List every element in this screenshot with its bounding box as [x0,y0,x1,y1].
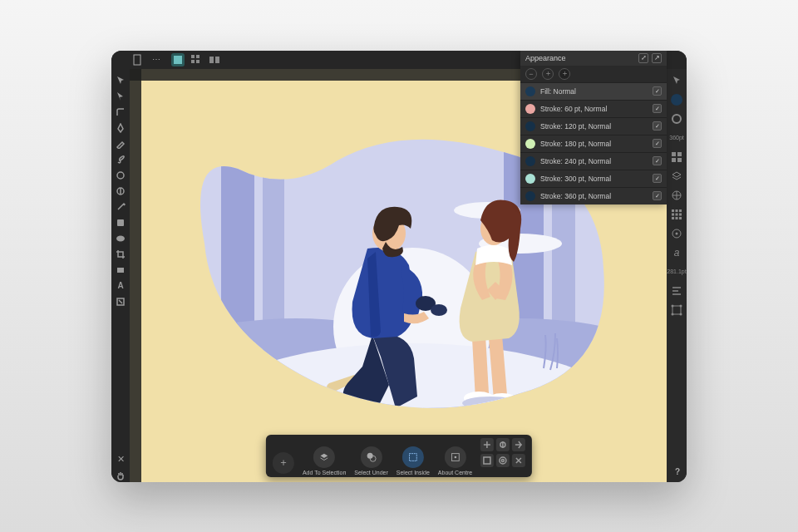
under-icon [361,446,382,468]
shape-tool-icon[interactable] [114,216,127,229]
fill-tool-icon[interactable] [114,169,127,182]
appearance-title: Appearance [525,54,566,62]
left-toolbar: A ✕ [111,69,130,482]
appearance-row[interactable]: Stroke: 120 pt, Normal✓ [520,117,667,135]
swatch-icon [525,121,535,131]
color-studio-icon[interactable] [670,93,683,106]
align-studio-icon[interactable] [670,284,683,298]
grid-btn-6[interactable] [512,454,525,467]
svg-point-57 [454,456,456,458]
svg-rect-15 [677,152,682,156]
hand-tool-icon[interactable] [114,469,127,482]
swatches-studio-icon[interactable] [670,150,683,164]
close-tool-icon[interactable]: ✕ [114,453,127,466]
svg-point-8 [117,172,124,179]
appearance-row[interactable]: Stroke: 300 pt, Normal✓ [520,170,667,187]
svg-point-54 [370,456,376,461]
grid-btn-3[interactable] [512,438,525,451]
appearance-panel: Appearance ⤢ ↗ − ＋ ＋ Fill: Normal✓Stroke… [520,51,667,204]
svg-rect-22 [672,213,674,215]
appearance-row-label: Stroke: 60 pt, Normal [540,105,648,113]
corner-tool-icon[interactable] [114,106,127,119]
ctx-add[interactable]: ＋ [273,452,294,475]
svg-point-48 [431,304,447,316]
appearance-row-label: Stroke: 300 pt, Normal [540,175,648,183]
ruler-left [130,69,141,482]
crop-tool-icon[interactable] [114,248,127,261]
persona-pixel-icon[interactable] [190,53,203,66]
angle-studio-icon[interactable]: 360pt [670,131,683,145]
add-dark-op-icon[interactable]: ＋ [559,68,570,80]
grid-btn-2[interactable] [496,438,510,451]
layers-icon [313,446,335,468]
transparency-tool-icon[interactable] [114,185,127,198]
appearance-row-label: Stroke: 240 pt, Normal [540,157,648,165]
document-menu-icon[interactable] [131,53,145,66]
appearance-row[interactable]: Fill: Normal✓ [520,82,667,100]
add-op-icon[interactable]: ＋ [542,68,554,80]
pencil-tool-icon[interactable] [114,137,127,150]
panel-pop-icon[interactable]: ↗ [652,53,662,63]
visibility-checkbox[interactable]: ✓ [653,156,662,165]
grid-btn-5[interactable] [496,454,510,467]
brush-tool-icon[interactable] [114,153,127,166]
help-icon[interactable]: ? [672,467,683,479]
ctx-transform-grid [480,438,525,475]
ctx-about-centre[interactable]: About Centre [438,446,472,475]
app-window: ⋯ A ✕ 360pt [111,51,687,482]
swatch-icon [525,86,535,96]
rectangle-tool-icon[interactable] [114,264,127,277]
persona-designer-icon[interactable] [171,53,185,66]
svg-point-11 [116,235,125,241]
svg-point-33 [672,313,674,315]
appearance-row[interactable]: Stroke: 360 pt, Normal✓ [520,187,667,204]
text-tool-icon[interactable]: A [114,279,127,293]
svg-point-32 [680,304,682,307]
appearance-row-label: Stroke: 180 pt, Normal [540,140,648,148]
appearance-row[interactable]: Stroke: 180 pt, Normal✓ [520,135,667,152]
pointer-studio-icon[interactable] [670,74,683,87]
remove-op-icon[interactable]: − [525,68,537,80]
picker-tool-icon[interactable] [114,200,127,214]
ctx-select-under[interactable]: Select Under [354,446,387,475]
visibility-checkbox[interactable]: ✓ [653,104,662,113]
stroke-studio-icon[interactable] [670,112,683,126]
context-toolbar: ＋ Add To Selection Select Under Select I… [266,435,532,477]
right-studio-bar: 360pt a 281.1pt [667,69,687,482]
panel-expand-icon[interactable]: ⤢ [638,53,648,63]
vector-crop-icon[interactable] [114,295,127,308]
ctx-add-selection[interactable]: Add To Selection [303,446,346,475]
adjust-studio-icon[interactable] [670,189,683,202]
svg-point-51 [462,397,519,410]
grid-btn-4[interactable] [480,454,494,467]
centre-icon [444,446,466,468]
svg-rect-20 [676,209,678,212]
pen-tool-icon[interactable] [114,121,127,135]
navigator-studio-icon[interactable] [670,227,683,240]
char-studio-icon[interactable]: 281.1pt [670,265,683,278]
appearance-row[interactable]: Stroke: 60 pt, Normal✓ [520,100,667,117]
svg-rect-5 [196,60,200,63]
ellipse-tool-icon[interactable] [114,232,127,245]
move-tool-icon[interactable] [114,74,127,87]
transform-studio-icon[interactable] [670,303,683,317]
visibility-checkbox[interactable]: ✓ [653,174,662,183]
svg-rect-27 [679,217,682,219]
visibility-checkbox[interactable]: ✓ [653,191,662,200]
grid-btn-1[interactable] [480,438,494,451]
layers-studio-icon[interactable] [670,170,683,183]
svg-rect-21 [679,209,682,212]
node-tool-icon[interactable] [114,90,127,103]
text-studio-icon[interactable]: a [670,246,683,259]
visibility-checkbox[interactable]: ✓ [653,86,662,96]
svg-rect-1 [174,56,182,64]
grid-studio-icon[interactable] [670,208,683,221]
visibility-checkbox[interactable]: ✓ [653,139,662,148]
swatch-icon [525,174,535,184]
visibility-checkbox[interactable]: ✓ [653,121,662,131]
more-icon[interactable]: ⋯ [150,53,163,66]
appearance-row-label: Stroke: 120 pt, Normal [540,122,648,131]
appearance-row[interactable]: Stroke: 240 pt, Normal✓ [520,152,667,170]
ctx-select-inside[interactable]: Select Inside [397,446,430,475]
persona-export-icon[interactable] [208,53,221,66]
